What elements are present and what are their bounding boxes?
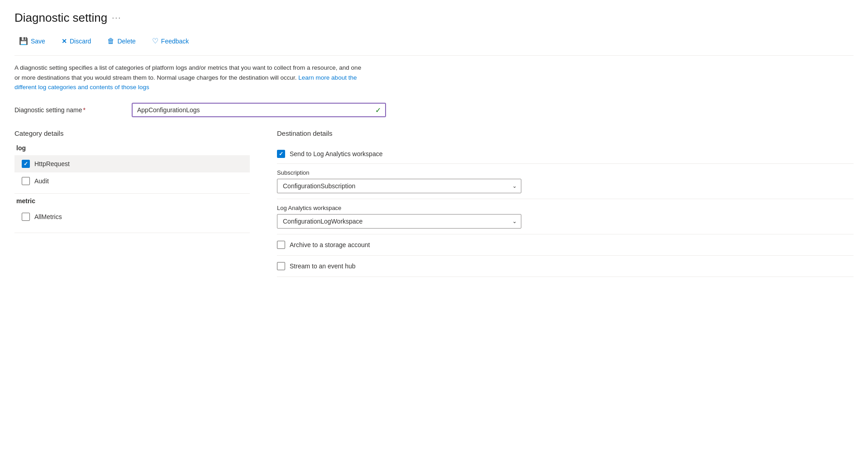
- workspace-select-wrapper: ConfigurationLogWorkspace ⌄: [277, 214, 521, 229]
- feedback-button[interactable]: ♡ Feedback: [148, 34, 193, 48]
- all-metrics-label: AllMetrics: [34, 213, 62, 220]
- destination-details-title: Destination details: [277, 129, 854, 137]
- log-metric-divider: [14, 193, 250, 194]
- discard-icon: ✕: [62, 38, 67, 45]
- delete-label: Delete: [117, 38, 135, 45]
- log-item-http-request: HttpRequest: [14, 155, 250, 172]
- subscription-select[interactable]: ConfigurationSubscription: [277, 179, 521, 193]
- description: A diagnostic setting specifies a list of…: [14, 63, 367, 92]
- log-analytics-workspace-block: Log Analytics workspace ConfigurationLog…: [277, 199, 854, 234]
- all-metrics-checkbox[interactable]: [22, 213, 30, 221]
- log-analytics-workspace-label: Log Analytics workspace: [277, 205, 854, 211]
- archive-to-storage-label: Archive to a storage account: [290, 241, 370, 248]
- required-indicator: *: [83, 106, 85, 114]
- http-request-checkbox[interactable]: [22, 160, 30, 168]
- stream-to-event-hub-checkbox[interactable]: [277, 262, 285, 270]
- http-request-label: HttpRequest: [34, 160, 70, 167]
- metric-end-divider: [14, 233, 250, 233]
- diagnostic-setting-name-input-wrapper: ✓: [132, 103, 386, 117]
- log-item-audit: Audit: [14, 172, 250, 190]
- main-layout: Category details log HttpRequest Audit m…: [14, 129, 854, 277]
- metric-item-all-metrics: AllMetrics: [14, 208, 250, 225]
- diagnostic-setting-name-label: Diagnostic setting name*: [14, 106, 132, 114]
- feedback-label: Feedback: [161, 38, 189, 45]
- category-details-title: Category details: [14, 129, 250, 137]
- page-title-ellipsis: ···: [112, 13, 121, 23]
- page-title: Diagnostic setting: [14, 11, 107, 25]
- send-to-log-analytics-checkbox[interactable]: [277, 150, 285, 158]
- audit-checkbox[interactable]: [22, 177, 30, 185]
- stream-to-event-hub-row: Stream to an event hub: [277, 256, 854, 277]
- log-group-label: log: [14, 144, 250, 152]
- toolbar: 💾 Save ✕ Discard 🗑 Delete ♡ Feedback: [14, 34, 854, 56]
- archive-to-storage-checkbox[interactable]: [277, 241, 285, 249]
- workspace-select[interactable]: ConfigurationLogWorkspace: [277, 214, 521, 229]
- delete-icon: 🗑: [107, 37, 114, 45]
- diagnostic-setting-name-input[interactable]: [132, 103, 386, 117]
- destination-details-panel: Destination details Send to Log Analytic…: [277, 129, 854, 277]
- category-details-panel: Category details log HttpRequest Audit m…: [14, 129, 250, 237]
- subscription-block: Subscription ConfigurationSubscription ⌄: [277, 164, 854, 199]
- send-to-log-analytics-label: Send to Log Analytics workspace: [290, 150, 382, 157]
- audit-label: Audit: [34, 177, 49, 185]
- feedback-icon: ♡: [152, 37, 158, 45]
- discard-label: Discard: [70, 38, 91, 45]
- save-label: Save: [31, 38, 45, 45]
- subscription-label: Subscription: [277, 169, 854, 176]
- stream-to-event-hub-label: Stream to an event hub: [290, 262, 356, 270]
- validation-check-icon: ✓: [375, 105, 381, 114]
- discard-button[interactable]: ✕ Discard: [57, 35, 95, 48]
- delete-button[interactable]: 🗑 Delete: [103, 34, 140, 48]
- diagnostic-setting-name-row: Diagnostic setting name* ✓: [14, 103, 854, 117]
- metric-group: metric AllMetrics: [14, 197, 250, 225]
- send-to-log-analytics-row: Send to Log Analytics workspace: [277, 144, 854, 164]
- save-button[interactable]: 💾 Save: [14, 34, 50, 48]
- metric-group-label: metric: [14, 197, 250, 205]
- archive-to-storage-row: Archive to a storage account: [277, 234, 854, 256]
- subscription-select-wrapper: ConfigurationSubscription ⌄: [277, 179, 521, 193]
- save-icon: 💾: [19, 37, 28, 45]
